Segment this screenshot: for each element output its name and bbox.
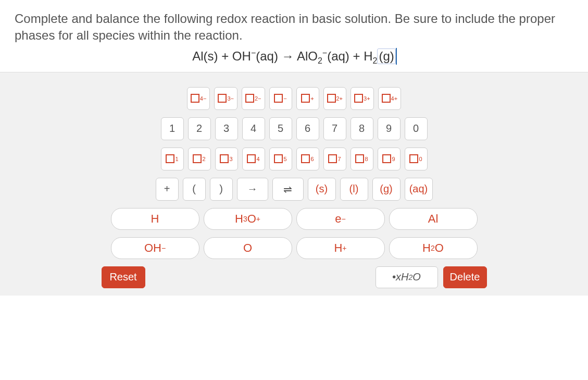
charge-4minus[interactable]: 4−	[187, 87, 210, 110]
num-0[interactable]: 0	[405, 117, 428, 140]
charge-plus[interactable]: +	[296, 87, 319, 110]
rparen-button[interactable]: )	[210, 178, 233, 201]
arrow-button[interactable]: →	[237, 178, 268, 201]
num-7[interactable]: 7	[323, 117, 346, 140]
phase-s[interactable]: (s)	[308, 178, 336, 201]
delete-button[interactable]: Delete	[443, 266, 487, 288]
num-3[interactable]: 3	[215, 117, 238, 140]
num-8[interactable]: 8	[351, 117, 373, 140]
species-oh-minus[interactable]: OH−	[111, 237, 199, 259]
sub-3[interactable]: 3	[215, 148, 238, 170]
charge-3plus[interactable]: 3+	[351, 87, 374, 110]
sub-9[interactable]: 9	[378, 148, 401, 170]
question-text: Complete and balance the following redox…	[0, 0, 588, 46]
num-9[interactable]: 9	[378, 117, 401, 140]
num-5[interactable]: 5	[269, 117, 292, 140]
species-electron[interactable]: e−	[296, 208, 385, 230]
row-species-1: H H3O+ e− Al	[111, 208, 478, 230]
num-6[interactable]: 6	[296, 117, 319, 140]
reset-button[interactable]: Reset	[102, 266, 145, 288]
species-h2o[interactable]: H2O	[389, 237, 478, 259]
species-h3o-plus[interactable]: H3O+	[204, 208, 292, 230]
cursor-segment: (g)	[377, 48, 395, 64]
charge-4plus[interactable]: 4+	[378, 87, 402, 110]
xh2o-button[interactable]: • x H2O	[376, 266, 438, 288]
sub-8[interactable]: 8	[351, 148, 373, 170]
plus-button[interactable]: +	[156, 178, 179, 201]
equation-input[interactable]: Al(s) + OH−(aq) → AlO2−(aq) + H2(g)	[0, 46, 588, 72]
keypad: 4− 3− 2− − + 2+ 3+ 4+ 1 2 3 4 5 6 7 8 9 …	[0, 72, 588, 296]
charge-3minus[interactable]: 3−	[214, 87, 237, 110]
lparen-button[interactable]: (	[183, 178, 206, 201]
sub-2[interactable]: 2	[188, 148, 211, 170]
sub-7[interactable]: 7	[323, 148, 346, 170]
row-symbols: + ( ) → ⇌ (s) (l) (g) (aq)	[156, 178, 433, 201]
row-charges: 4− 3− 2− − + 2+ 3+ 4+	[187, 87, 401, 110]
equilibrium-button[interactable]: ⇌	[272, 178, 304, 201]
row-actions: Reset • x H2O Delete	[102, 266, 487, 288]
sub-4[interactable]: 4	[242, 148, 265, 170]
num-4[interactable]: 4	[242, 117, 265, 140]
row-subscripts: 1 2 3 4 5 6 7 8 9 0	[161, 148, 428, 170]
species-h[interactable]: H	[111, 208, 199, 230]
num-1[interactable]: 1	[161, 117, 184, 140]
sub-1[interactable]: 1	[161, 148, 184, 170]
phase-aq[interactable]: (aq)	[405, 178, 433, 201]
phase-l[interactable]: (l)	[340, 178, 368, 201]
num-2[interactable]: 2	[188, 117, 211, 140]
species-h-plus[interactable]: H+	[296, 237, 385, 259]
charge-2plus[interactable]: 2+	[323, 87, 347, 110]
charge-2minus[interactable]: 2−	[242, 87, 265, 110]
sub-5[interactable]: 5	[269, 148, 292, 170]
sub-6[interactable]: 6	[296, 148, 319, 170]
row-numbers: 1 2 3 4 5 6 7 8 9 0	[161, 117, 428, 140]
sub-0[interactable]: 0	[405, 148, 428, 170]
phase-g[interactable]: (g)	[372, 178, 401, 201]
charge-minus[interactable]: −	[269, 87, 292, 110]
row-species-2: OH− O H+ H2O	[111, 237, 478, 259]
species-al[interactable]: Al	[389, 208, 478, 230]
species-o[interactable]: O	[204, 237, 292, 259]
